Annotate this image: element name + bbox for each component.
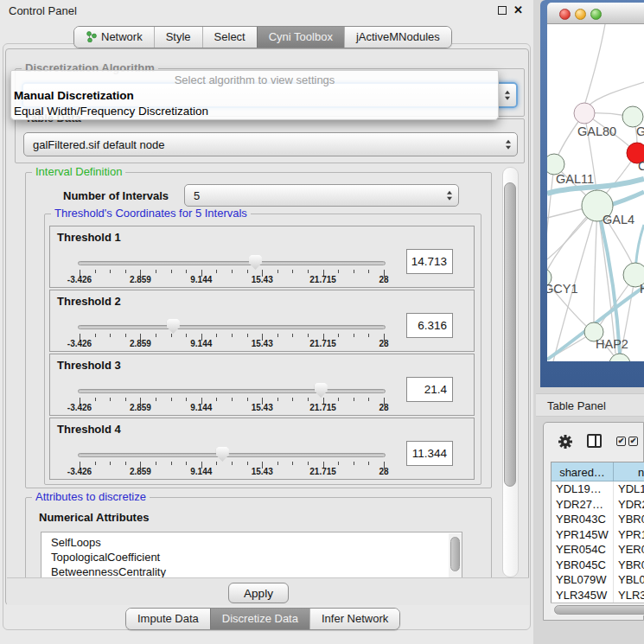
slider-track[interactable]	[78, 389, 386, 393]
tick-label: -3.426	[67, 403, 92, 412]
network-view-window: GAL80GCGAL11GAL4GCY1HHAP2	[540, 0, 644, 387]
tick	[368, 398, 369, 401]
select-all-columns-icon[interactable]: ✔	[628, 437, 638, 446]
combo-stepper-icon	[506, 140, 511, 150]
thresholds-group-title: Threshold's Coordinates for 5 Intervals	[51, 207, 251, 220]
node-label-hap2: HAP2	[596, 337, 628, 351]
tick-label: 28	[379, 339, 388, 348]
table-scrollbar-thumb[interactable]	[554, 605, 644, 615]
slider-handle[interactable]	[249, 255, 262, 270]
tab-network[interactable]: Network	[74, 27, 154, 48]
tick	[95, 462, 96, 465]
tick	[308, 270, 309, 273]
threshold-value-field[interactable]: 11.344	[406, 441, 453, 466]
table-row[interactable]: YER054CYER0	[552, 542, 644, 558]
bottom-tab-infer-network[interactable]: Infer Network	[309, 609, 399, 629]
tick	[247, 462, 248, 465]
cell-shared-name: YER054C	[552, 542, 614, 558]
threshold-panel-2: Threshold 2-3.4262.8599.14415.4321.71528…	[49, 290, 475, 352]
threshold-label: Threshold 1	[57, 231, 121, 244]
list-item-topologicalcoefficient[interactable]: TopologicalCoefficient	[41, 550, 462, 564]
tick-label: 15.43	[252, 467, 273, 476]
table-row[interactable]: YLR345WYLR3	[552, 588, 644, 603]
tab-cyni-toolbox[interactable]: Cyni Toolbox	[257, 27, 344, 48]
number-of-intervals-value: 5	[194, 189, 200, 202]
tick	[186, 334, 187, 337]
tab-select[interactable]: Select	[202, 27, 257, 48]
cell-name: YPR1	[614, 527, 644, 543]
apply-button[interactable]: Apply	[228, 583, 289, 603]
numerical-attributes-list[interactable]: SelfLoopsTopologicalCoefficientBetweenne…	[41, 532, 462, 577]
popup-hint-option[interactable]: Select algorithm to view settings	[11, 73, 498, 86]
bottom-tab-infer-network-label: Infer Network	[322, 612, 388, 625]
tick	[232, 334, 233, 337]
node-table[interactable]: shared… n… YDL19…YDL1YDR27…YDR2YBR043CYB…	[551, 462, 644, 607]
settings-scrollbar-thumb[interactable]	[504, 182, 516, 487]
tab-jactivemnodules[interactable]: jActiveMNodules	[344, 27, 451, 48]
table-row[interactable]: YBR045CYBR0	[552, 558, 644, 573]
list-item-selfloops[interactable]: SelfLoops	[41, 532, 462, 550]
tick	[125, 270, 126, 273]
cell-name: YER0	[614, 542, 644, 558]
float-window-icon[interactable]	[498, 6, 507, 15]
slider-handle[interactable]	[315, 383, 328, 398]
tick-label: 9.144	[190, 275, 212, 284]
network-canvas[interactable]: GAL80GCGAL11GAL4GCY1HHAP2	[547, 24, 644, 361]
close-traffic-light-icon[interactable]	[559, 9, 571, 20]
split-columns-icon[interactable]	[587, 434, 602, 448]
network-node-gal80[interactable]	[574, 103, 595, 124]
popup-option-manual-discretization[interactable]: Manual Discretization	[14, 89, 134, 102]
table-row[interactable]: YDL19…YDL1	[552, 481, 644, 497]
tick-label: 2.859	[130, 403, 151, 412]
tick	[186, 462, 187, 465]
cell-name: YBR0	[614, 558, 644, 573]
control-panel-titlebar[interactable]: Control Panel ✕	[0, 0, 533, 21]
threshold-value-field[interactable]: 14.713	[406, 249, 453, 274]
slider-handle[interactable]	[216, 447, 229, 462]
column-header-name[interactable]: n…	[614, 462, 644, 481]
slider-track[interactable]	[78, 261, 386, 265]
tick	[156, 334, 156, 337]
list-item-betweennesscentrality[interactable]: BetweennessCentrality	[41, 564, 462, 577]
attributes-list-scrollbar-thumb[interactable]	[450, 537, 460, 571]
table-data-combobox[interactable]: galFiltered.sif default node	[23, 132, 518, 156]
table-horizontal-scrollbar[interactable]	[551, 603, 644, 615]
popup-option-equal-width-frequency[interactable]: Equal Width/Frequency Discretization	[14, 105, 208, 118]
tab-style[interactable]: Style	[154, 27, 202, 48]
tick	[354, 398, 354, 401]
table-row[interactable]: YPR145WYPR1	[552, 527, 644, 543]
cell-shared-name: YBR045C	[552, 558, 614, 573]
slider-track[interactable]	[78, 325, 386, 329]
gear-icon[interactable]	[558, 434, 573, 450]
bottom-tab-discretize-data[interactable]: Discretize Data	[210, 609, 309, 629]
table-panel-titlebar[interactable]: Table Panel	[536, 393, 644, 417]
numerical-attributes-label: Numerical Attributes	[39, 511, 149, 524]
node-label-gcy1: GCY1	[547, 282, 578, 296]
tick-label: 21.715	[309, 467, 336, 476]
minimize-traffic-light-icon[interactable]	[575, 9, 586, 20]
table-row[interactable]: YBR043CYBR0	[552, 512, 644, 527]
threshold-value-field[interactable]: 6.316	[406, 313, 453, 338]
threshold-value-field[interactable]: 21.4	[406, 377, 453, 402]
slider-handle[interactable]	[167, 319, 180, 334]
tick-label: 15.43	[252, 403, 273, 412]
table-row[interactable]: YDR27…YDR2	[552, 497, 644, 513]
cell-shared-name: YLR345W	[552, 588, 614, 603]
tick	[171, 398, 172, 401]
select-columns-icon[interactable]: ✔	[616, 437, 626, 446]
threshold-panel-1: Threshold 1-3.4262.8599.14415.4321.71528…	[49, 226, 475, 288]
close-icon[interactable]: ✕	[513, 3, 523, 16]
bottom-tab-impute-data[interactable]: Impute Data	[126, 609, 210, 629]
column-header-shared-name[interactable]: shared…	[552, 462, 614, 481]
slider-track[interactable]	[78, 453, 386, 457]
tick	[125, 334, 126, 337]
top-tab-bar: NetworkStyleSelectCyni ToolboxjActiveMNo…	[73, 26, 452, 48]
table-row[interactable]: YBL079WYBL0	[552, 572, 644, 588]
number-of-intervals-combobox[interactable]: 5	[184, 184, 459, 207]
zoom-traffic-light-icon[interactable]	[590, 9, 602, 20]
interval-definition-title: Interval Definition	[32, 167, 125, 178]
cell-name: YDL1	[614, 481, 644, 497]
network-window-titlebar[interactable]	[547, 3, 644, 24]
tick	[277, 398, 278, 401]
cell-shared-name: YBL079W	[552, 572, 614, 588]
